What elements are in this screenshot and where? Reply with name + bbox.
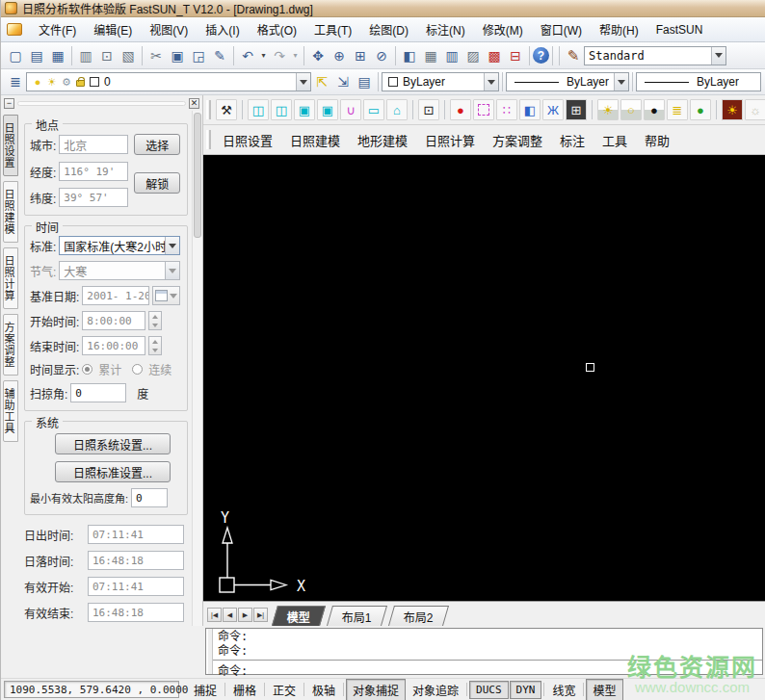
command-history[interactable]: 命令: 命令:: [213, 629, 762, 661]
palette-scrollbar-thumb[interactable]: [194, 113, 201, 238]
quick-calc-icon[interactable]: ⊟: [505, 45, 526, 66]
layer-on-bulb-icon[interactable]: ●: [31, 75, 44, 89]
standard-combo[interactable]: 国家标准(大寒2小时: [59, 236, 180, 255]
redo-icon[interactable]: ↷: [269, 45, 290, 66]
undo-icon[interactable]: ↶: [237, 45, 258, 66]
design-center-icon[interactable]: ▦: [420, 45, 441, 66]
palette-tab-sunshine-settings[interactable]: 日照设置: [3, 115, 18, 176]
next-layout-button[interactable]: ▶: [238, 608, 252, 622]
tool-palettes-icon[interactable]: ▥: [441, 45, 462, 66]
make-layer-current-icon[interactable]: ⇲: [332, 71, 354, 92]
create-site-outline-icon[interactable]: ▭: [363, 99, 384, 120]
model-tab[interactable]: 模型: [272, 606, 326, 626]
sun-standard-settings-button[interactable]: 日照标准设置...: [55, 461, 171, 482]
palette-tab-sunshine-calc[interactable]: 日照计算: [3, 247, 18, 309]
cut-icon[interactable]: ✂: [145, 45, 167, 66]
layer-dropdown[interactable]: [296, 73, 310, 91]
lineweight-toggle[interactable]: 线宽: [546, 680, 581, 700]
copy-icon[interactable]: ▣: [167, 45, 188, 66]
view-model-icon[interactable]: ⊡: [418, 99, 439, 120]
layout1-tab[interactable]: 布局1: [327, 606, 387, 626]
zoom-previous-icon[interactable]: ⊘: [371, 45, 392, 66]
palette-drag-handle[interactable]: [17, 101, 186, 106]
fastsun-tab-scheme-adjust[interactable]: 方案调整: [484, 125, 551, 155]
city-field[interactable]: 北京: [59, 135, 128, 154]
menu-file[interactable]: 文件(F): [30, 17, 85, 41]
palette-tab-sunshine-modeling[interactable]: 日照建模: [3, 181, 18, 243]
unlock-button[interactable]: 解锁: [134, 172, 180, 194]
command-input-line[interactable]: 命令:: [213, 661, 762, 678]
last-layout-button[interactable]: ▶|: [253, 608, 268, 622]
lighting-disabled-icon[interactable]: ☼: [745, 99, 765, 120]
pan-icon[interactable]: ✥: [307, 45, 329, 66]
solar-parameters-icon[interactable]: ⚒: [216, 99, 237, 120]
grid-toggle[interactable]: 栅格: [227, 680, 262, 700]
palette-minimize-button[interactable]: −: [4, 98, 14, 109]
text-style-icon[interactable]: ✎: [563, 45, 584, 66]
fastsun-tab-sunshine-modeling[interactable]: 日照建模: [281, 125, 349, 155]
markup-set-manager-icon[interactable]: ▩: [484, 45, 505, 66]
layer-plot-gear-icon[interactable]: ⚙: [60, 75, 73, 89]
fastsun-tab-sunshine-settings[interactable]: 日照设置: [214, 125, 281, 155]
palette-close-button[interactable]: ✕: [189, 98, 199, 109]
linetype-combo[interactable]: ByLayer: [506, 72, 629, 91]
menu-help[interactable]: 帮助(H): [591, 17, 647, 41]
create-building-icon[interactable]: ◫: [248, 99, 269, 120]
sphere-on-plane-icon[interactable]: ●: [644, 99, 665, 120]
match-properties-icon[interactable]: ✎: [209, 45, 230, 66]
shadow-range-icon[interactable]: ⊞: [566, 99, 587, 120]
layer-states-icon[interactable]: ⇱: [311, 71, 332, 92]
print-icon[interactable]: ▥: [75, 45, 96, 66]
publish-icon[interactable]: ▧: [118, 45, 139, 66]
edit-building-icon[interactable]: ◫: [271, 99, 292, 120]
menu-view[interactable]: 视图(V): [141, 17, 197, 41]
help-icon[interactable]: ?: [533, 47, 549, 64]
undo-dropdown-icon[interactable]: ▾: [258, 45, 269, 66]
color-combo[interactable]: ByLayer: [382, 72, 499, 91]
latitude-field[interactable]: 39° 57': [59, 188, 128, 207]
text-style-combo[interactable]: Standard: [584, 46, 726, 65]
earth-sphere-icon[interactable]: ●: [690, 99, 711, 120]
menu-format[interactable]: 格式(O): [249, 17, 305, 41]
polar-toggle[interactable]: 极轴: [306, 680, 341, 700]
command-window[interactable]: 命令: 命令: 命令:: [205, 628, 763, 675]
fastsun-tab-help[interactable]: 帮助: [636, 125, 678, 155]
standard-dropdown[interactable]: [165, 237, 179, 254]
sunshine-line-fan-icon[interactable]: Ж: [542, 99, 564, 120]
sweep-angle-field[interactable]: 0: [70, 383, 126, 402]
fastsun-tab-terrain-modeling[interactable]: 地形建模: [349, 125, 416, 155]
properties-palette-icon[interactable]: ◧: [399, 45, 420, 66]
create-roof-icon[interactable]: ⌂: [386, 99, 408, 120]
new-file-icon[interactable]: ▢: [5, 45, 26, 66]
drawing-canvas[interactable]: Y X: [203, 155, 765, 601]
select-city-button[interactable]: 选择: [134, 134, 180, 155]
sun-system-settings-button[interactable]: 日照系统设置...: [55, 433, 171, 454]
toolbar-grip[interactable]: [206, 130, 211, 149]
menu-edit[interactable]: 编辑(E): [85, 17, 141, 41]
ortho-toggle[interactable]: 正交: [267, 680, 302, 700]
min-sun-angle-field[interactable]: 0: [131, 488, 168, 507]
menu-fastsun[interactable]: FastSUN: [647, 19, 712, 40]
plot-preview-icon[interactable]: ⊡: [96, 45, 118, 66]
zoom-realtime-icon[interactable]: ⊕: [329, 45, 350, 66]
sun-on-plane-icon[interactable]: ☀: [597, 99, 619, 120]
palette-tab-aux-tools[interactable]: 辅助工具: [3, 380, 18, 442]
redo-dropdown-icon[interactable]: ▾: [290, 45, 301, 66]
layer-properties-icon[interactable]: ≣: [5, 71, 26, 92]
osnap-toggle[interactable]: 对象捕捉: [346, 679, 406, 700]
zoom-window-icon[interactable]: ⊞: [350, 45, 371, 66]
paste-icon[interactable]: ◲: [188, 45, 209, 66]
dyn-toggle[interactable]: DYN: [510, 681, 542, 699]
fastsun-tab-dimension[interactable]: 标注: [551, 125, 594, 155]
save-icon[interactable]: ▦: [47, 45, 68, 66]
region-analysis-icon[interactable]: [473, 99, 494, 120]
toolbar-grip[interactable]: [206, 100, 211, 119]
text-style-dropdown[interactable]: [711, 47, 725, 65]
menu-dimension[interactable]: 标注(N): [417, 17, 474, 41]
ducs-toggle[interactable]: DUCS: [469, 681, 509, 699]
color-dropdown[interactable]: [484, 73, 498, 91]
sun-path-icon[interactable]: ☀: [722, 99, 743, 120]
palette-tab-scheme-adjust[interactable]: 方案调整: [3, 314, 18, 376]
layer-previous-icon[interactable]: ▤: [354, 71, 375, 92]
command-window-grip[interactable]: [206, 629, 213, 674]
